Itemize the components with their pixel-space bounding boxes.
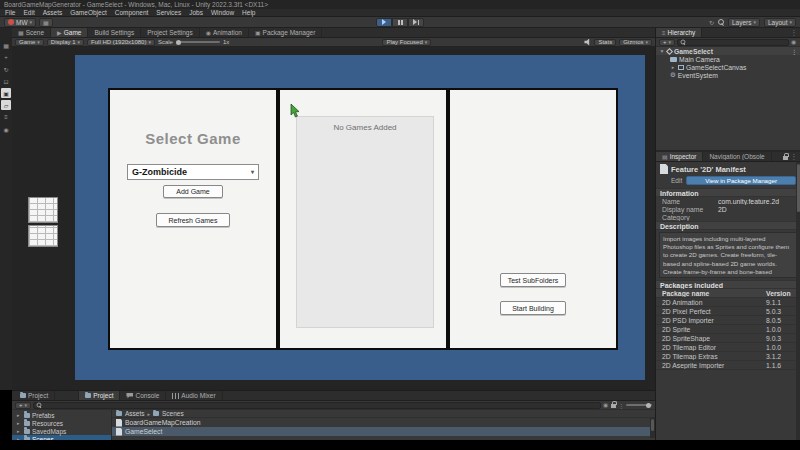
tab-animation[interactable]: ◉ Animation [200,28,249,37]
file-row-gameselect[interactable]: GameSelect [112,427,655,436]
tab-audio-mixer[interactable]: Audio Mixer [166,391,222,400]
game-target-dropdown[interactable]: Game ▾ [15,39,44,46]
tab-package-manager[interactable]: ▣ Package Manager [249,28,322,37]
stats-button[interactable]: Stats [594,39,616,46]
expand-arrow-icon[interactable]: ▸ [17,420,22,426]
step-button[interactable] [408,18,424,27]
tab-project-settings[interactable]: Project Settings [141,28,200,37]
folder-row-resources[interactable]: ▸ Resources [12,419,111,427]
scale-tool-button[interactable]: ⊡ [1,76,11,86]
mute-audio-icon[interactable] [584,39,591,46]
panel-menu-icon[interactable]: ⋮ [791,153,798,161]
hierarchy-search-input[interactable] [677,39,789,46]
menu-help[interactable]: Help [238,9,259,16]
panel-menu-icon[interactable]: ⋮ [618,402,624,409]
create-object-button[interactable]: +▾ [659,39,675,46]
file-list-scrollbar[interactable] [650,418,655,438]
tab-scene[interactable]: ▦ Scene [12,28,51,37]
custom-tool-button[interactable]: ≡ [1,112,11,122]
pivot-toggle-button[interactable]: ◉ [1,124,11,134]
package-row[interactable]: 2D Pixel Perfect 5.0.3 [656,307,800,316]
hierarchy-item-eventsystem[interactable]: ⚙ EventSystem [656,71,800,79]
play-focused-dropdown[interactable]: Play Focused ▾ [382,39,431,46]
test-subfolders-button[interactable]: Test SubFolders [500,273,566,287]
folder-row-prefabs[interactable]: ▸ Prefabs [12,411,111,419]
rotate-tool-button[interactable]: ↻ [1,64,11,74]
view-tool-button[interactable]: ▦ [1,40,11,50]
play-button[interactable] [376,18,392,27]
menu-assets[interactable]: Assets [39,9,67,16]
inspector-scrollbar[interactable] [796,162,800,440]
layers-dropdown[interactable]: Layers ▾ [728,18,760,27]
menu-window[interactable]: Window [207,9,238,16]
tab-build-settings[interactable]: Build Settings [88,28,141,37]
create-asset-button[interactable]: +▾ [15,402,31,409]
collapse-arrow-icon[interactable]: ▼ [659,48,665,54]
panel-menu-icon[interactable]: ⋮ [791,29,798,37]
games-scroll-area[interactable]: No Games Added [296,116,434,328]
menu-edit[interactable]: Edit [19,9,38,16]
menu-services[interactable]: Services [152,9,185,16]
rect-tool-button[interactable]: ▣ [1,88,11,98]
hierarchy-item-canvas[interactable]: ▸ GameSelectCanvas [656,63,800,71]
scene-visibility-icon[interactable]: ◉ [791,39,797,45]
tab-project[interactable]: Project [79,391,120,400]
tab-inspector[interactable]: ▤ Inspector [656,152,703,161]
icon-size-slider[interactable] [626,404,652,406]
mini-preview-window[interactable] [28,197,58,223]
tab-navigation[interactable]: Navigation (Obsole [703,152,771,161]
menu-gameobject[interactable]: GameObject [66,9,111,16]
tab-game[interactable]: ▶ Game [51,28,88,37]
layout-dropdown[interactable]: Layout ▾ [764,18,796,27]
package-row[interactable]: 2D Sprite 1.0.0 [656,325,800,334]
view-in-package-manager-button[interactable]: View in Package Manager [686,176,796,185]
scale-slider[interactable] [176,41,220,43]
folder-row-savedmaps[interactable]: ▸ SavedMaps [12,427,111,435]
menu-component[interactable]: Component [111,9,153,16]
tab-hierarchy[interactable]: ≡ Hierarchy [656,28,702,37]
package-row[interactable]: 2D Animation 9.1.1 [656,298,800,307]
pause-button[interactable] [392,18,408,27]
hidden-packages-icon[interactable]: ◉ [603,402,609,408]
tab-project-secondary[interactable]: Project [14,391,55,400]
add-game-button[interactable]: Add Game [163,185,223,198]
icon-size-knob[interactable] [646,403,651,408]
move-tool-button[interactable]: + [1,52,11,62]
breadcrumb-root[interactable]: Assets [125,410,145,417]
transform-tool-button[interactable]: ▱ [1,100,11,110]
package-row[interactable]: 2D Tilemap Editor 1.0.0 [656,343,800,352]
scrollbar-thumb[interactable] [651,419,654,431]
search-icon[interactable] [718,19,724,25]
package-row[interactable]: 2D SpriteShape 9.0.3 [656,334,800,343]
expand-arrow-icon[interactable]: ▸ [17,412,22,418]
gizmos-dropdown[interactable]: Gizmos ▾ [619,39,652,46]
game-select-dropdown[interactable]: G-Zombicide ▾ [127,164,259,180]
resolution-dropdown[interactable]: Full HD (1920x1080) ▾ [87,39,155,46]
package-row[interactable]: 2D PSD Importer 8.0.5 [656,316,800,325]
breadcrumb-current[interactable]: Scenes [162,410,184,417]
package-row[interactable]: 2D Aseprite Importer 1.1.6 [656,361,800,370]
start-building-button[interactable]: Start Building [500,301,566,315]
tab-console[interactable]: Console [120,391,166,400]
file-row-boardgamemapcreation[interactable]: BoardGameMapCreation [112,418,655,427]
project-search-input[interactable] [33,402,601,409]
menu-jobs[interactable]: Jobs [185,9,207,16]
cloud-services-button[interactable]: ▦ [39,18,53,27]
refresh-games-button[interactable]: Refresh Games [156,213,230,227]
hierarchy-item-main-camera[interactable]: Main Camera [656,55,800,63]
expand-arrow-icon[interactable]: ▸ [670,64,676,70]
lock-icon[interactable] [611,404,616,408]
account-button[interactable]: MW ▾ [4,18,36,27]
edit-button[interactable]: Edit [671,177,682,184]
menu-file[interactable]: File [1,9,19,16]
lock-icon[interactable] [783,156,788,160]
scene-options-icon[interactable]: ⋮ [791,48,797,55]
mini-preview-window[interactable] [28,225,58,247]
undo-history-icon[interactable]: ↻ [709,19,714,26]
scrollbar-thumb[interactable] [797,164,800,212]
scale-slider-knob[interactable] [176,40,181,45]
package-row[interactable]: 2D Tilemap Extras 3.1.2 [656,352,800,361]
expand-arrow-icon[interactable]: ▸ [17,428,22,434]
display-dropdown[interactable]: Display 1 ▾ [47,39,84,46]
hierarchy-scene-row[interactable]: ▼ GameSelect ⋮ [656,47,800,55]
